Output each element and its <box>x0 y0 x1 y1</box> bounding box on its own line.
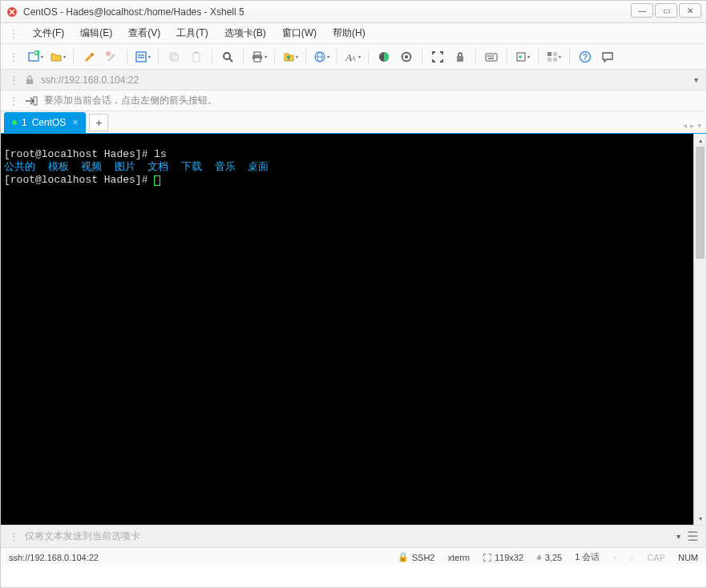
status-cap: CAP <box>647 553 665 562</box>
minimize-button[interactable]: — <box>631 3 653 18</box>
status-cursor-pos: ⎀ 3,25 <box>536 552 562 562</box>
help-button[interactable]: ? <box>575 47 596 66</box>
compose-bar: ⋮ 仅将文本发送到当前选项卡 ▾ ☰ <box>1 525 706 547</box>
size-icon: ⛶ <box>483 553 491 562</box>
svg-rect-9 <box>172 54 178 61</box>
svg-rect-34 <box>488 58 494 59</box>
properties-button[interactable]: ▾ <box>132 47 153 66</box>
print-button[interactable]: ▾ <box>248 47 269 66</box>
menu-help[interactable]: 帮助(H) <box>326 24 372 42</box>
transfer-button[interactable]: ▾ <box>280 47 301 66</box>
cursor-icon: ⎀ <box>536 552 542 562</box>
menu-view[interactable]: 查看(V) <box>122 24 167 42</box>
svg-rect-31 <box>487 55 489 57</box>
tab-list-button[interactable]: ▾ <box>697 121 701 130</box>
menu-edit[interactable]: 编辑(E) <box>74 24 119 42</box>
svg-rect-11 <box>195 51 198 54</box>
highlight-button[interactable] <box>396 47 417 66</box>
grip-icon: ⋮ <box>9 95 18 107</box>
svg-rect-10 <box>193 53 200 62</box>
svg-rect-42 <box>26 79 33 84</box>
lock-icon: 🔒 <box>398 552 409 562</box>
statusbar: ssh://192.168.0.104:22 🔒 SSH2 xterm ⛶ 11… <box>1 547 706 566</box>
toolbar: ⋮ ▾ ▾ ▾ ▾ ▾ ▾ AA ▾ <box>1 44 706 70</box>
hintbar: ⋮ 要添加当前会话，点击左侧的箭头按钮。 <box>1 91 706 111</box>
svg-rect-7 <box>138 57 144 58</box>
disconnect-button <box>101 47 122 66</box>
lock-icon <box>25 75 34 85</box>
compose-dropdown[interactable]: ▾ <box>677 532 681 541</box>
menu-file[interactable]: 文件(F) <box>26 24 71 42</box>
address-input[interactable]: ssh://192.168.0.104:22 <box>41 75 688 86</box>
new-session-button[interactable]: ▾ <box>25 47 46 66</box>
scrollbar[interactable]: ▴ ▾ <box>693 134 706 525</box>
web-button[interactable]: ▾ <box>311 47 332 66</box>
tab-next-button[interactable]: ▸ <box>690 121 694 130</box>
menu-window[interactable]: 窗口(W) <box>276 24 323 42</box>
svg-rect-32 <box>490 55 491 57</box>
status-dot-icon <box>12 120 17 125</box>
hint-text: 要添加当前会话，点击左侧的箭头按钮。 <box>44 94 217 107</box>
tab-prev-button[interactable]: ◂ <box>683 121 687 130</box>
open-button[interactable]: ▾ <box>47 47 68 66</box>
svg-line-13 <box>229 58 232 62</box>
menubar: ⋮ 文件(F) 编辑(E) 查看(V) 工具(T) 选项卡(B) 窗口(W) 帮… <box>1 23 706 44</box>
svg-rect-14 <box>254 52 261 55</box>
svg-point-24 <box>405 55 408 58</box>
status-num: NUM <box>678 553 698 562</box>
menu-tools[interactable]: 工具(T) <box>170 24 214 42</box>
font-button[interactable]: AA ▾ <box>342 47 363 66</box>
maximize-button[interactable]: ▭ <box>655 3 677 18</box>
tab-index: 1 <box>22 117 27 128</box>
paste-button <box>186 47 207 66</box>
prompt-line: [root@localhost Hades]# ls <box>4 148 167 160</box>
find-button[interactable] <box>217 47 238 66</box>
status-protocol: 🔒 SSH2 <box>398 552 435 562</box>
fullscreen-button[interactable] <box>427 47 448 66</box>
titlebar: CentOS - Hades@localhost:/home/Hades - X… <box>1 1 706 23</box>
address-dropdown[interactable]: ▾ <box>694 75 698 84</box>
scroll-down-button[interactable]: ▾ <box>694 512 706 525</box>
close-button[interactable]: ✕ <box>679 3 701 18</box>
copy-button <box>164 47 184 66</box>
svg-point-4 <box>106 51 111 56</box>
status-connection: ssh://192.168.0.104:22 <box>9 553 99 562</box>
color-scheme-button[interactable] <box>374 47 394 66</box>
svg-rect-36 <box>547 52 551 56</box>
prompt-line: [root@localhost Hades]# <box>4 174 154 186</box>
svg-rect-29 <box>457 56 463 62</box>
app-icon <box>6 6 18 18</box>
scroll-thumb[interactable] <box>696 147 705 259</box>
run-script-button[interactable]: ▾ <box>512 47 533 66</box>
compose-input[interactable]: 仅将文本发送到当前选项卡 <box>25 530 670 543</box>
grip-icon: ⋮ <box>9 531 18 542</box>
grip-icon: ⋮ <box>9 75 18 86</box>
reconnect-button[interactable] <box>79 47 99 66</box>
keymap-button[interactable] <box>481 47 502 66</box>
svg-text:A: A <box>350 54 356 62</box>
svg-rect-16 <box>254 58 261 62</box>
cursor <box>154 175 160 186</box>
tabbar: 1 CentOS × + ◂ ▸ ▾ <box>1 111 706 134</box>
svg-text:?: ? <box>583 53 588 62</box>
scroll-up-button[interactable]: ▴ <box>694 134 706 147</box>
menu-tab[interactable]: 选项卡(B) <box>218 24 273 42</box>
tab-active[interactable]: 1 CentOS × <box>4 112 86 133</box>
svg-point-12 <box>224 53 230 59</box>
status-sessions: 1 会话 <box>575 551 600 563</box>
terminal[interactable]: [root@localhost Hades]# ls 公共的 模板 视频 图片 … <box>1 134 706 525</box>
svg-rect-6 <box>138 54 144 56</box>
menu-icon[interactable]: ☰ <box>687 529 698 544</box>
svg-rect-38 <box>547 58 551 62</box>
addressbar: ⋮ ssh://192.168.0.104:22 ▾ <box>1 70 706 91</box>
layout-button[interactable]: ▾ <box>543 47 564 66</box>
feedback-button[interactable] <box>597 47 618 66</box>
lock-button[interactable] <box>450 47 471 66</box>
status-size: ⛶ 119x32 <box>483 553 523 562</box>
arrow-add-icon[interactable] <box>25 95 38 107</box>
grip-icon: ⋮ <box>9 51 18 62</box>
svg-rect-33 <box>492 55 494 57</box>
svg-rect-30 <box>486 54 497 61</box>
tab-add-button[interactable]: + <box>89 114 108 131</box>
tab-close-button[interactable]: × <box>72 117 78 128</box>
